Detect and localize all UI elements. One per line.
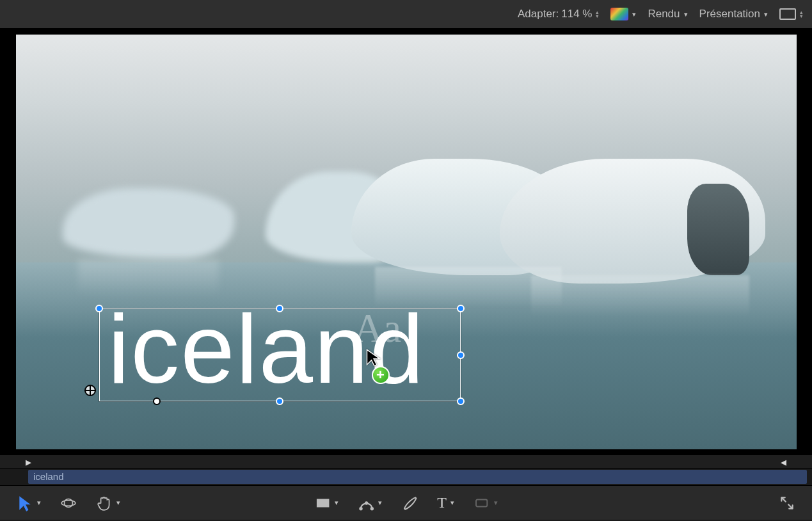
canvas[interactable]: iceland Aa + [16, 35, 797, 449]
text-tool[interactable]: T ▾ [437, 494, 454, 511]
clip-item[interactable]: iceland [28, 470, 807, 484]
svg-point-5 [364, 501, 367, 504]
chevron-down-icon: ▾ [378, 499, 382, 507]
chevron-down-icon: ▾ [450, 499, 454, 507]
resize-handle[interactable] [457, 397, 465, 405]
hand-pan-tool[interactable]: ▾ [96, 495, 120, 511]
viewer-top-toolbar: Adapter: 114 % ▴▾ ▾ Rendu ▾ Présentation… [0, 0, 812, 29]
resize-handle[interactable] [276, 397, 283, 405]
text-layer-selection[interactable]: iceland Aa + [99, 309, 461, 401]
view-menu[interactable]: Présentation ▾ [699, 8, 768, 20]
svg-point-3 [359, 506, 362, 509]
resize-handle[interactable] [457, 351, 465, 359]
chevron-down-icon: ▾ [684, 10, 688, 19]
stepper-icon: ▴▾ [800, 10, 803, 18]
chevron-down-icon: ▾ [632, 10, 636, 19]
chevron-down-icon: ▾ [37, 499, 41, 507]
iceberg-reflection [531, 275, 750, 317]
chevron-down-icon: ▾ [764, 10, 768, 19]
chevron-down-icon: ▾ [116, 499, 120, 507]
mini-timeline-ruler[interactable]: ▸ ◂ [0, 454, 812, 469]
selection-rectangle [99, 309, 461, 401]
svg-rect-6 [476, 499, 487, 506]
paint-brush-tool[interactable] [401, 495, 418, 511]
render-menu[interactable]: Rendu ▾ [648, 8, 687, 20]
iceberg-dark-rock [687, 184, 750, 275]
iceberg-shape [63, 188, 234, 259]
in-point-marker-icon[interactable]: ▸ [26, 455, 31, 469]
color-swatch-icon [610, 8, 628, 20]
chevron-down-icon: ▾ [494, 499, 498, 507]
chevron-down-icon: ▾ [335, 499, 338, 507]
svg-point-4 [370, 506, 373, 509]
out-point-marker-icon[interactable]: ◂ [781, 455, 786, 469]
pen-bezier-tool[interactable]: ▾ [358, 495, 382, 511]
anchor-origin-handle[interactable] [84, 385, 96, 396]
text-tool-label: T [437, 494, 447, 511]
mini-timeline-track[interactable]: iceland [0, 469, 812, 485]
zoom-value: 114 % [561, 8, 592, 20]
stepper-icon: ▴▾ [596, 10, 599, 18]
fit-zoom-control[interactable]: Adapter: 114 % ▴▾ [518, 8, 599, 20]
expand-fullscreen-button[interactable] [779, 495, 795, 511]
baseline-handle[interactable] [153, 397, 161, 405]
clip-label: iceland [33, 471, 64, 482]
resize-handle[interactable] [457, 305, 465, 312]
select-tool[interactable]: ▾ [17, 495, 41, 511]
resize-handle[interactable] [95, 305, 103, 312]
svg-point-1 [61, 500, 76, 506]
add-drop-badge-icon: + [372, 366, 390, 384]
color-channel-control[interactable]: ▾ [610, 8, 636, 20]
rectangle-mask-tool[interactable]: ▾ [314, 495, 338, 511]
orbit-3d-tool[interactable] [60, 495, 77, 511]
fit-label: Adapter: [518, 8, 559, 20]
view-label: Présentation [699, 8, 760, 20]
rectangle-icon [779, 8, 796, 20]
shape-tool[interactable]: ▾ [474, 495, 498, 511]
resize-handle[interactable] [276, 305, 283, 312]
aspect-menu[interactable]: ▴▾ [779, 8, 803, 20]
render-label: Rendu [648, 8, 680, 20]
canvas-bottom-toolbar: ▾ ▾ ▾ ▾ T ▾ ▾ [0, 485, 812, 520]
svg-rect-2 [316, 499, 329, 507]
canvas-area: iceland Aa + [0, 29, 812, 454]
iceberg-reflection [78, 259, 219, 296]
